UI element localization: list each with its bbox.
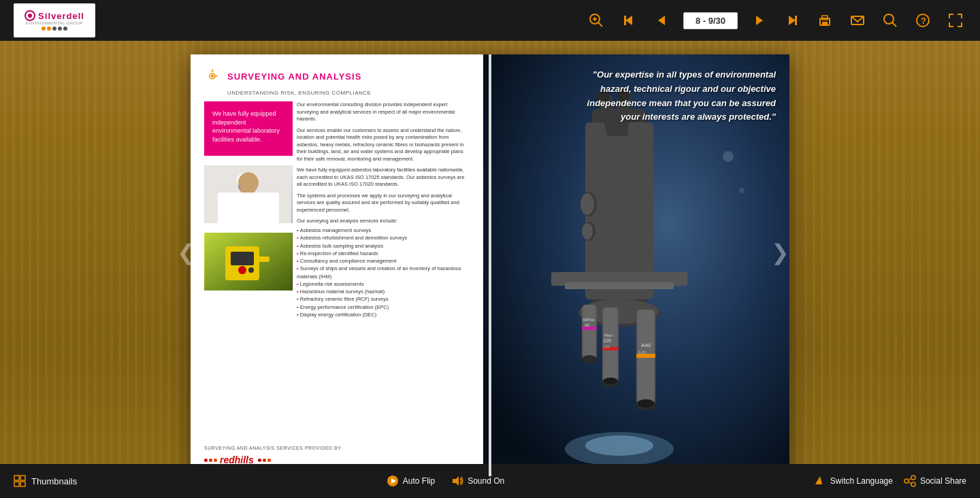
list-item: Asbestos bulk sampling and analysis	[297, 242, 470, 250]
dot-1	[42, 27, 46, 31]
services-intro: Our surveying and analysis services incl…	[297, 218, 470, 224]
prev-page-icon	[654, 13, 669, 28]
help-button[interactable]: ?	[912, 10, 934, 31]
svg-rect-39	[256, 256, 270, 262]
thumbnails-label: Thumbnails	[31, 476, 77, 486]
svg-rect-36	[231, 252, 254, 265]
last-page-button[interactable]	[781, 10, 803, 31]
svg-text:Plan: Plan	[604, 333, 612, 337]
fullscreen-button[interactable]	[945, 10, 966, 31]
section-subtitle: UNDERSTANDING RISK, ENSURING COMPLIANCE	[227, 90, 470, 96]
intro-text-2: Our services enable our customers to ass…	[297, 127, 470, 163]
lab-person-visual	[204, 165, 293, 223]
switch-language-icon	[814, 475, 826, 487]
list-item: Consultancy and compliance management	[297, 257, 470, 265]
list-item: Refractory ceramic fibre (RCF) surveys	[297, 295, 470, 303]
help-icon: ?	[915, 13, 930, 28]
toolbar-controls: 8 - 9/30	[585, 10, 966, 31]
list-item: Surveys of ships and vessels and creatio…	[297, 265, 470, 280]
intro-text-1: Our environmental consulting division pr…	[297, 101, 470, 123]
search-icon	[883, 13, 898, 28]
content-area: ❮ SURVEYING AND ANALYSIS UNDERSTANDING R…	[0, 41, 980, 464]
svg-point-30	[229, 202, 240, 210]
footer-label: SURVEYING AND ANALYSIS SERVICES PROVIDED…	[204, 446, 470, 450]
svg-rect-11	[795, 16, 797, 25]
svg-point-71	[582, 223, 593, 239]
intro-text-3: We have fully equipped asbestos laborato…	[297, 167, 470, 188]
redhills-dots-2	[258, 459, 271, 462]
svg-text:10X: 10X	[603, 338, 612, 343]
social-share-button[interactable]: Social Share	[904, 475, 966, 487]
svg-point-58	[604, 378, 617, 384]
thumbnails-button[interactable]: Thumbnails	[14, 475, 77, 487]
svg-text:A40: A40	[641, 342, 651, 348]
sound-button[interactable]: Sound On	[451, 475, 504, 487]
email-button[interactable]	[847, 10, 868, 31]
email-icon	[850, 13, 865, 28]
svg-line-93	[909, 482, 911, 484]
microscope-background: A40 0.65 Plan 10X 0.25	[483, 54, 789, 476]
dot-3	[52, 27, 56, 31]
svg-rect-25	[204, 165, 291, 223]
svg-marker-87	[815, 476, 822, 484]
next-page-nav-arrow[interactable]: ❯	[771, 239, 789, 265]
svg-marker-8	[658, 16, 665, 25]
first-page-icon	[621, 13, 636, 28]
bottom-right-controls: Switch Language Social Share	[814, 475, 966, 487]
footer-section: SURVEYING AND ANALYSIS SERVICES PROVIDED…	[204, 439, 470, 465]
search-button[interactable]	[879, 10, 901, 31]
svg-marker-6	[625, 16, 632, 25]
left-page: SURVEYING AND ANALYSIS UNDERSTANDING RIS…	[191, 54, 483, 476]
print-button[interactable]	[814, 10, 836, 31]
logo-icon	[24, 10, 35, 21]
svg-point-89	[911, 476, 915, 480]
zoom-in-button[interactable]	[585, 10, 607, 31]
book-spread: SURVEYING AND ANALYSIS UNDERSTANDING RIS…	[191, 54, 789, 476]
next-page-icon	[752, 13, 767, 28]
svg-point-1	[28, 14, 32, 18]
next-page-button[interactable]	[749, 10, 770, 31]
bottom-center-controls: Auto Flip Sound On	[387, 475, 504, 487]
right-page: A40 0.65 Plan 10X 0.25	[483, 54, 789, 476]
page-spine	[489, 54, 491, 476]
dot-4	[58, 27, 62, 31]
svg-point-90	[904, 479, 909, 483]
social-share-label: Social Share	[920, 476, 966, 486]
svg-point-21	[211, 75, 214, 78]
section-title: SURVEYING AND ANALYSIS	[227, 71, 361, 82]
svg-point-76	[723, 151, 734, 162]
page-indicator: 8 - 9/30	[683, 12, 738, 29]
svg-rect-83	[20, 482, 25, 486]
svg-rect-63	[583, 305, 595, 357]
redhills-dot-3	[214, 459, 217, 462]
svg-point-26	[227, 199, 268, 223]
prev-page-nav-arrow[interactable]: ❮	[177, 239, 195, 265]
thumbnails-icon	[14, 475, 26, 487]
autoflip-label: Auto Flip	[403, 476, 435, 486]
svg-rect-81	[20, 476, 25, 480]
intro-text-4: The systems and processes we apply in ou…	[297, 193, 470, 214]
svg-point-16	[884, 14, 894, 24]
svg-marker-10	[789, 16, 796, 25]
autoflip-button[interactable]: Auto Flip	[387, 475, 435, 487]
svg-point-27	[238, 173, 257, 195]
lab-image-1	[204, 165, 293, 223]
svg-text:SMPlan: SMPlan	[583, 318, 595, 322]
lab-image-2	[204, 233, 293, 290]
svg-rect-7	[624, 16, 626, 25]
dot-2	[47, 27, 51, 31]
first-page-button[interactable]	[618, 10, 640, 31]
switch-language-button[interactable]: Switch Language	[814, 475, 893, 487]
zoom-in-icon	[589, 13, 604, 28]
list-item: Asbestos refurbishment and demolition su…	[297, 234, 470, 242]
svg-rect-14	[822, 22, 828, 25]
section-icon	[204, 68, 220, 84]
prev-page-button[interactable]	[651, 10, 672, 31]
switch-language-label: Switch Language	[830, 476, 893, 486]
svg-text:?: ?	[921, 16, 926, 26]
svg-rect-80	[14, 476, 19, 480]
svg-marker-9	[756, 16, 763, 25]
svg-text:0.65: 0.65	[638, 350, 647, 354]
svg-point-31	[255, 202, 266, 210]
logo-brand-text: Silverdell	[38, 11, 84, 21]
